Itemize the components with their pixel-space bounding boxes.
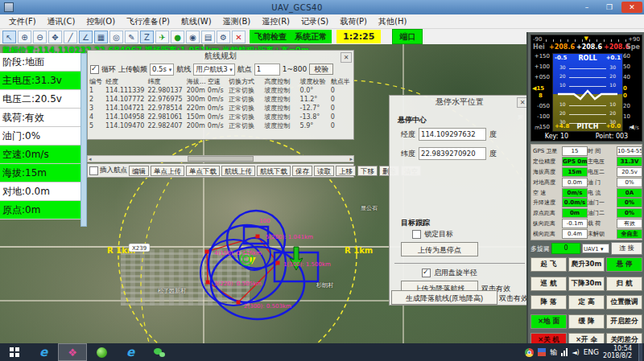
flag-icon[interactable] bbox=[538, 348, 546, 356]
system-ok-label: 系统正常 bbox=[295, 31, 327, 43]
show-desktop-button[interactable] bbox=[638, 343, 642, 361]
upload-point-button[interactable]: 单点上传 bbox=[151, 166, 184, 176]
route-table-hscrollbar[interactable]: ◂ ▸ bbox=[87, 155, 354, 162]
taskbar-clock[interactable]: 10:54 2018/8/2 bbox=[603, 345, 634, 359]
maximize-button[interactable]: ❐ bbox=[599, 2, 620, 13]
taskbar-wechat[interactable] bbox=[145, 343, 174, 361]
edit-button[interactable]: 编辑 bbox=[129, 166, 149, 176]
connect-button[interactable]: 连 接 bbox=[611, 242, 642, 255]
table-row[interactable]: 2114.10777222.976975 300m0m/s正常切换 坡度控制11… bbox=[88, 95, 353, 104]
zoom-in-icon[interactable]: ⊕ bbox=[18, 31, 31, 43]
cursor-icon[interactable]: ↖ bbox=[2, 31, 16, 43]
takeoff-button[interactable]: 起 飞 bbox=[530, 257, 567, 272]
waypoint-table[interactable]: 编号经度 纬度海拔… 空速切换方式 高度控制坡度校验 航点半 1114.1113… bbox=[88, 76, 353, 130]
set-hover-point-button[interactable]: 上传为悬停点 bbox=[401, 242, 478, 256]
settings-icon[interactable]: ⚙ bbox=[217, 31, 230, 43]
folder-icon[interactable]: ▤ bbox=[201, 31, 215, 43]
insert-waypoint-checkbox[interactable] bbox=[89, 166, 98, 175]
chrome-icon[interactable] bbox=[525, 348, 534, 357]
taskbar-ie-2[interactable]: e bbox=[116, 343, 145, 361]
ground-mode-button[interactable]: ×地 面 bbox=[530, 314, 567, 329]
table-row[interactable]: 4114.10495822.981061 150m0m/s正常切换 坡度控制-1… bbox=[88, 113, 353, 121]
loiter-radius-checkbox[interactable] bbox=[422, 269, 431, 277]
route-icon[interactable]: Z bbox=[140, 31, 154, 43]
generate-landing-route-button[interactable]: 生成降落航线(原地降高) bbox=[391, 290, 497, 305]
zoom-out-icon[interactable]: ⊖ bbox=[33, 31, 47, 43]
cruise-button[interactable]: 巡 航 bbox=[530, 277, 567, 291]
menu-control[interactable]: 控制(O) bbox=[80, 14, 121, 28]
verify-button[interactable]: 校验 bbox=[309, 64, 333, 75]
status-agl: 对地:0.0m bbox=[0, 183, 80, 201]
upload-route-button[interactable]: 航线上传 bbox=[221, 166, 255, 176]
uav-select[interactable]: UAV1 ▾ bbox=[582, 244, 609, 253]
scroll-left-icon[interactable]: ◂ bbox=[89, 156, 92, 162]
move-up-button[interactable]: 上移 bbox=[336, 166, 356, 176]
loop-checkbox[interactable] bbox=[90, 65, 99, 74]
save-button[interactable]: 保存 bbox=[292, 166, 312, 176]
scroll-thumb[interactable] bbox=[188, 156, 254, 162]
telemetry-grid: GPS 卫星15 定位精度GPS 0m 海拔高度15m 对地高度0.0m 空 速… bbox=[530, 144, 642, 240]
grid-icon[interactable]: ▦ bbox=[94, 31, 108, 43]
pan-icon[interactable]: ✥ bbox=[48, 31, 62, 43]
port-button[interactable]: 端口 bbox=[392, 29, 423, 44]
lock-target-checkbox[interactable] bbox=[412, 230, 421, 239]
alt-hold-button[interactable]: 定 高 bbox=[568, 295, 605, 310]
route-label: 航线 bbox=[176, 64, 191, 75]
route-dialog-close-icon[interactable]: ✕ bbox=[341, 52, 352, 63]
menu-payload[interactable]: 载荷(P) bbox=[334, 14, 373, 28]
lat-input[interactable]: 22.9839270920 bbox=[419, 147, 486, 160]
slow-descent-button[interactable]: 缓 降 bbox=[568, 314, 605, 329]
clock-date: 2018/8/2 bbox=[603, 352, 632, 359]
current-value: 0A bbox=[617, 188, 642, 198]
wp-number-input[interactable]: 1 bbox=[254, 64, 280, 76]
download-point-button[interactable]: 单点下载 bbox=[186, 166, 220, 176]
angle-icon[interactable]: ∠ bbox=[79, 31, 93, 43]
climb30-button[interactable]: 爬升30m bbox=[568, 257, 605, 272]
land-button[interactable]: 降 落 bbox=[530, 295, 567, 310]
network-icon[interactable] bbox=[561, 348, 568, 356]
download-route-button[interactable]: 航线下载 bbox=[257, 166, 291, 176]
return-home-button[interactable]: 归 航 bbox=[606, 277, 642, 291]
start-button[interactable] bbox=[0, 343, 29, 361]
minimize-button[interactable]: – bbox=[576, 2, 597, 13]
menu-record[interactable]: 记录(S) bbox=[295, 14, 334, 28]
route-select[interactable]: 用户航线3 ▾ bbox=[193, 64, 235, 76]
taskbar-ie-1[interactable]: e bbox=[29, 343, 58, 361]
target-icon[interactable]: ◎ bbox=[109, 31, 123, 43]
menu-file[interactable]: 文件(F) bbox=[3, 14, 42, 28]
ime-icon[interactable]: 输 bbox=[550, 347, 557, 358]
menu-rc[interactable]: 遥控(R) bbox=[256, 14, 295, 28]
table-row[interactable]: 5114.10947022.982407 200m0m/s正常切换 坡度控制5.… bbox=[88, 121, 353, 130]
menu-comm[interactable]: 通讯(C) bbox=[42, 14, 81, 28]
hover-button[interactable]: 悬 停 bbox=[606, 257, 642, 272]
speaker-icon[interactable]: ◄) bbox=[572, 349, 579, 356]
menu-other[interactable]: 其他(H) bbox=[373, 14, 412, 28]
menu-preflight[interactable]: 飞行准备(P) bbox=[121, 14, 175, 28]
agl-value: 0.0m bbox=[562, 178, 588, 187]
freq-select[interactable]: 0.5s ▾ bbox=[150, 64, 174, 76]
taskbar-360[interactable] bbox=[87, 343, 116, 361]
load-button[interactable]: 读取 bbox=[314, 166, 334, 176]
taskbar-gcs-app[interactable]: ❖ bbox=[58, 343, 87, 361]
move-down-button[interactable]: 下移 bbox=[357, 166, 378, 176]
close-button[interactable]: ✕ bbox=[621, 2, 642, 13]
scroll-right-icon[interactable]: ▸ bbox=[349, 156, 353, 162]
record-icon[interactable]: ● bbox=[171, 31, 184, 43]
vehicle-index-value: 0 bbox=[551, 243, 580, 254]
measure-icon[interactable]: ╱ bbox=[64, 31, 77, 43]
route-dialog-title: 航线规划 bbox=[88, 51, 353, 62]
position-trim-button[interactable]: 位置微调 bbox=[606, 295, 642, 310]
menu-telemetry[interactable]: 遥测(B) bbox=[217, 14, 257, 28]
table-row[interactable]: 1114.11133922.980137 200m0m/s正常切换 坡度控制0.… bbox=[88, 86, 353, 95]
language-indicator[interactable]: ENG bbox=[584, 348, 599, 356]
delete-icon[interactable]: ✕ bbox=[232, 31, 246, 43]
lon-input[interactable]: 114.109297632 bbox=[419, 128, 486, 141]
descend30-button[interactable]: 下降30m bbox=[568, 277, 605, 291]
camera-icon[interactable]: ◉ bbox=[186, 31, 200, 43]
edit-icon[interactable]: ✎ bbox=[125, 31, 138, 43]
table-row[interactable]: 3114.10472122.978514 220m0m/s正常切换 坡度控制-1… bbox=[88, 104, 353, 113]
airplane-icon[interactable]: ✈ bbox=[155, 31, 169, 43]
place-label: 显公石 bbox=[361, 205, 378, 211]
menu-route[interactable]: 航线(W) bbox=[175, 14, 217, 28]
enable-rtk-button[interactable]: 开启差分 bbox=[606, 314, 642, 329]
